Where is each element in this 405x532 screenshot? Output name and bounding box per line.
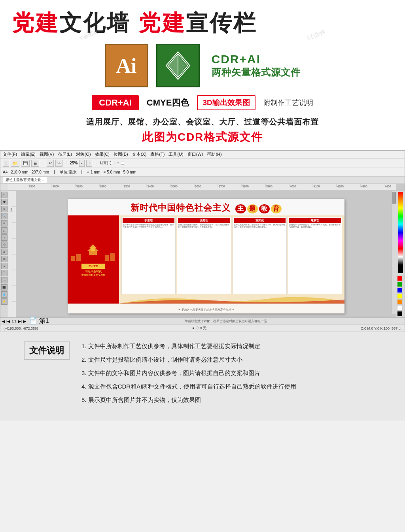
svg-text:4200: 4200 <box>337 185 344 188</box>
svg-text:3600: 3600 <box>195 185 201 188</box>
menu-table[interactable]: 表格(T) <box>150 151 165 157</box>
col3-header: 重实践 <box>234 218 286 223</box>
swatch-black[interactable] <box>397 311 403 317</box>
tool-zoom[interactable]: 🔍 <box>1 213 8 219</box>
tool-text[interactable]: A <box>1 249 8 255</box>
page-end[interactable]: ▶| <box>18 319 22 323</box>
tab-doc[interactable]: 思想主题教育党建文化... <box>3 177 47 183</box>
align-icon: ☰ <box>121 161 125 165</box>
btn-save[interactable]: 💾 <box>21 160 30 167</box>
btn-print[interactable]: 🖨 <box>31 160 39 167</box>
tool-rect[interactable]: □ <box>1 227 8 234</box>
menu-edit[interactable]: 编辑(E) <box>21 151 36 157</box>
svg-text:3200: 3200 <box>100 185 106 188</box>
svg-rect-50 <box>76 254 81 261</box>
vector-label: 两种矢量格式源文件 <box>212 66 301 79</box>
scrollbar-v[interactable] <box>391 191 396 314</box>
svg-text:4400: 4400 <box>385 185 391 188</box>
swatch-red[interactable] <box>397 275 403 281</box>
snap-extra: 5.0 mm <box>123 170 136 174</box>
tool-select[interactable]: ↖ <box>1 192 8 198</box>
design-page: 新时代中国特色社会主义 主 题 教 育 <box>68 199 344 313</box>
height-label: 297.0 mm <box>32 170 49 174</box>
tool-fill[interactable]: ⬛ <box>1 284 8 291</box>
page-next[interactable]: ▶ <box>23 319 26 323</box>
menu-text[interactable]: 文本(X) <box>132 151 147 157</box>
tool-interactive[interactable]: ⚡ <box>1 298 8 305</box>
menu-file[interactable]: 文件(F) <box>3 151 17 157</box>
tool-freehand[interactable]: ✏ <box>1 220 8 226</box>
btn-open[interactable]: 📁 <box>11 160 19 167</box>
scroll-thumb-v[interactable] <box>392 192 396 204</box>
file-note-label: 文件说明 <box>24 341 70 360</box>
ruler-corner-right <box>396 184 405 191</box>
building-silhouette <box>69 242 117 262</box>
tool-measure[interactable]: ⊸ <box>1 277 8 283</box>
page-prev[interactable]: ◀ <box>2 319 5 323</box>
swatch-yellow[interactable] <box>397 293 403 299</box>
menu-layout[interactable]: 布局(L) <box>58 151 72 157</box>
menu-effects[interactable]: 效果(C) <box>95 151 110 157</box>
swatch-white[interactable] <box>397 305 403 311</box>
svg-text:4100: 4100 <box>314 185 320 188</box>
svg-text:3800: 3800 <box>242 185 249 188</box>
design-title-area: 新时代中国特色社会主义 主 题 教 育 <box>68 199 344 215</box>
scrollbar-h[interactable] <box>16 317 391 317</box>
col2-text: 坚持以党性教育为根本，把加强党性修养、提升党性觉悟作为主题教育的重要内容，引导党… <box>178 224 230 229</box>
menu-view[interactable]: 视图(V) <box>40 151 54 157</box>
btn-undo[interactable]: ↩ <box>47 160 54 167</box>
svg-text:3500: 3500 <box>171 185 178 188</box>
swatch-blue[interactable] <box>397 287 403 293</box>
svg-text:3900: 3900 <box>266 185 273 188</box>
properties-bar: A4 210.0 mm 297.0 mm | 单位:毫米 | ⌖ 1 mm ≈ … <box>0 168 405 177</box>
badge-cmyk: CMYE四色 <box>147 97 189 109</box>
tool-crop[interactable]: ⊕ <box>1 206 8 212</box>
tool-poly[interactable]: ⬡ <box>1 241 8 248</box>
swatch-orange[interactable] <box>397 299 403 305</box>
h3: 教 <box>259 204 270 213</box>
zoom-out[interactable]: - <box>79 160 84 167</box>
icon-text-block: CDR+AI 两种矢量格式源文件 <box>212 53 301 79</box>
tool-shape[interactable]: ⬟ <box>1 199 8 205</box>
design-body: 学习贯彻 习近平新时代 中国特色社会主义思想 <box>68 215 344 304</box>
svg-text:800: 800 <box>10 208 13 213</box>
btn-new[interactable]: □ <box>3 160 9 167</box>
tool-connector[interactable]: ⌒ <box>1 270 8 276</box>
ai-icon: Ai <box>105 44 148 87</box>
col4-header: 建新功 <box>289 218 341 223</box>
h4: 育 <box>271 204 282 213</box>
swatch-green[interactable] <box>397 281 403 287</box>
page-controls: ◀ |◀ 1/1 ▶| ▶ 📄 第1 <box>2 317 49 325</box>
badges-row: CDR+AI CMYE四色 3D输出效果图 附制作工艺说明 <box>12 95 393 110</box>
page-start[interactable]: |◀ <box>6 319 10 323</box>
badge-3d: 3D输出效果图 <box>197 95 255 110</box>
col1-text: 坚持用习近平新时代中国特色社会主义思想凝心铸魂，把学习贯彻习近平新时代中国特色社… <box>123 224 174 229</box>
tool-table[interactable]: ⊞ <box>1 256 8 262</box>
zoom-in[interactable]: + <box>86 160 93 167</box>
ruler-horizontal: 2900 3000 3100 3200 3300 3400 3500 3600 … <box>8 184 396 190</box>
svg-text:4000: 4000 <box>290 185 296 188</box>
cdr-menubar: 文件(F) 编辑(E) 视图(V) 布局(L) 对象(O) 效果(C) 位图(B… <box>0 151 405 158</box>
tool-ellipse[interactable]: ○ <box>1 234 8 241</box>
menu-help[interactable]: 帮助(H) <box>207 151 221 157</box>
footer-quote: ❧ 要把这一总要求贯穿这次主题教育全过程 ❧ <box>178 308 234 311</box>
btn-redo[interactable]: ↪ <box>55 160 62 167</box>
tool-parallel[interactable]: ≡ <box>1 263 8 269</box>
color-info: C:0 M:0 Y:0 K:100 :567 pt <box>361 326 401 330</box>
badge-cdr-ai: CDR+AI <box>92 95 139 110</box>
cdr-canvas[interactable]: 新时代中国特色社会主义 主 题 教 育 <box>16 191 396 317</box>
book-area: 学思想 坚持用习近平新时代中国特色社会主义思想凝心铸魂，把学习贯彻习近平新时代中… <box>119 215 344 304</box>
tool-eyedropper[interactable]: 💧 <box>1 291 8 298</box>
title-part2: 党建 <box>138 10 186 35</box>
svg-text:2900: 2900 <box>29 185 35 188</box>
menu-object[interactable]: 对象(O) <box>76 151 91 157</box>
ruler-vertical: 800 <box>8 191 16 317</box>
menu-bitmap[interactable]: 位图(B) <box>114 151 128 157</box>
design-content: 新时代中国特色社会主义 主 题 教 育 <box>68 199 344 313</box>
menu-tools[interactable]: 工具(U) <box>168 151 183 157</box>
bottom-section: 文件说明 1. 文件中所标制作工艺仅供参考，具体制作工艺要根据实际情况制定 2.… <box>0 332 405 421</box>
page-size-label: A4 <box>3 170 8 174</box>
note-item-1: 1. 文件中所标制作工艺仅供参考，具体制作工艺要根据实际情况制定 <box>81 341 381 351</box>
menu-window[interactable]: 窗口(W) <box>187 151 203 157</box>
cdr-status-bar: (-4193.505, -672.356) ● ◇ × 无 C:0 M:0 Y:… <box>0 324 405 332</box>
